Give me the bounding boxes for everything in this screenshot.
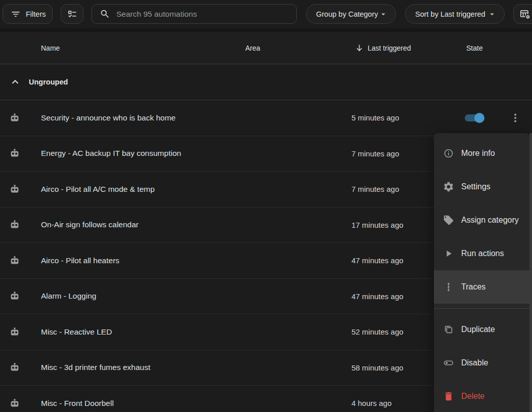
automation-name: Misc - Reactive LED — [41, 327, 245, 337]
menu-item-label: Assign category — [461, 216, 519, 225]
menu-item-label: Delete — [461, 392, 484, 401]
robot-icon — [0, 290, 41, 302]
chevron-down-icon — [487, 10, 497, 19]
column-header-name[interactable]: Name — [41, 44, 245, 52]
filters-label: Filters — [26, 10, 46, 18]
checklist-icon — [67, 9, 77, 19]
robot-icon — [0, 397, 41, 409]
state-cell — [455, 100, 532, 136]
menu-item-label: Disable — [461, 358, 488, 367]
robot-icon — [0, 219, 41, 231]
automation-name: Airco - Pilot all A/C mode & temp — [41, 185, 245, 194]
menu-item-duplicate[interactable]: Duplicate — [434, 313, 529, 346]
automation-name: Airco - Pilot all heaters — [41, 256, 245, 265]
automation-name: On-Air sign follows calendar — [41, 220, 245, 229]
menu-item-label: Run actions — [461, 249, 504, 258]
column-header-state[interactable]: State — [455, 44, 532, 52]
filter-icon — [11, 9, 21, 19]
sort-arrow-down-icon — [354, 43, 364, 53]
dots-vertical-icon — [509, 112, 521, 124]
robot-icon — [0, 112, 41, 124]
trace-icon — [443, 281, 454, 293]
menu-divider — [434, 308, 529, 309]
state-toggle-on[interactable] — [465, 114, 483, 121]
robot-icon — [0, 183, 41, 195]
menu-item-settings[interactable]: Settings — [434, 170, 529, 203]
chevron-down-icon — [379, 10, 388, 19]
search-input[interactable] — [116, 5, 296, 23]
row-context-menu: More info Settings Assign category Run a… — [434, 133, 529, 412]
search-box — [92, 4, 297, 24]
automation-name: Misc - 3d printer fumes exhaust — [41, 363, 245, 372]
menu-item-label: Duplicate — [461, 325, 495, 334]
play-icon — [443, 248, 454, 259]
menu-item-disable[interactable]: Disable — [434, 346, 529, 380]
table-cog-icon — [519, 9, 530, 20]
selection-mode-button[interactable] — [61, 4, 83, 24]
row-overflow-menu-button[interactable] — [507, 109, 524, 127]
table-header: Name Area Last triggered State — [0, 28, 532, 64]
gear-icon — [443, 181, 454, 192]
menu-item-label: Settings — [461, 182, 491, 191]
scrollbar[interactable] — [529, 133, 532, 412]
menu-item-delete[interactable]: Delete — [434, 380, 529, 412]
group-by-label: Group by Category — [316, 10, 378, 18]
trash-icon — [443, 391, 454, 402]
group-label: Ungrouped — [29, 78, 68, 86]
automation-name: Alarm - Logging — [41, 292, 245, 301]
toolbar: Filters Group by Category Sort by Last t… — [0, 0, 532, 28]
robot-icon — [0, 147, 41, 159]
search-icon — [100, 9, 110, 19]
column-header-last-triggered[interactable]: Last triggered — [351, 43, 455, 53]
sort-by-dropdown[interactable]: Sort by Last triggered — [405, 4, 505, 24]
copy-icon — [443, 324, 454, 335]
sort-by-label: Sort by Last triggered — [415, 10, 485, 18]
menu-item-label: More info — [461, 149, 495, 158]
toggle-knob — [474, 113, 484, 123]
menu-item-traces[interactable]: Traces — [434, 270, 529, 304]
automation-name: Misc - Front Doorbell — [41, 399, 245, 408]
tag-icon — [443, 215, 454, 226]
robot-icon — [0, 361, 41, 374]
column-header-area[interactable]: Area — [245, 44, 351, 52]
menu-item-more-info[interactable]: More info — [434, 137, 529, 170]
column-header-last-triggered-label: Last triggered — [368, 44, 411, 52]
table-row[interactable]: Security - announce who is back home 5 m… — [0, 100, 532, 136]
menu-item-label: Traces — [461, 282, 485, 292]
group-row-ungrouped[interactable]: Ungrouped — [0, 64, 532, 100]
last-triggered-value: 5 minutes ago — [351, 113, 455, 122]
menu-item-assign-category[interactable]: Assign category — [434, 203, 529, 237]
group-by-dropdown[interactable]: Group by Category — [306, 4, 396, 24]
table-settings-button[interactable] — [513, 4, 532, 24]
menu-item-run-actions[interactable]: Run actions — [434, 237, 529, 270]
filters-button[interactable]: Filters — [3, 4, 53, 24]
automation-name: Security - announce who is back home — [41, 113, 245, 122]
info-icon — [443, 148, 454, 159]
toggle-off-icon — [443, 357, 454, 368]
robot-icon — [0, 326, 41, 338]
automation-name: Energy - AC backup IT bay consumption — [41, 149, 245, 158]
chevron-up-icon[interactable] — [10, 76, 21, 88]
robot-icon — [0, 255, 41, 267]
